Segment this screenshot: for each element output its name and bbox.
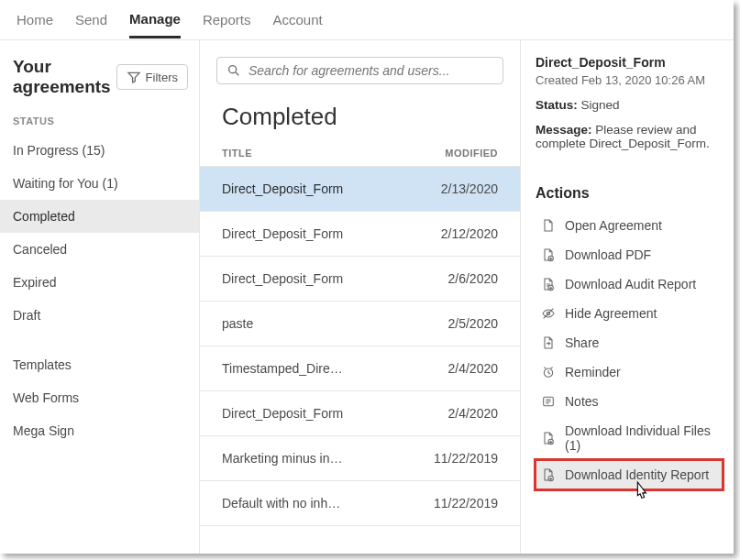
message-label: Message: (536, 123, 592, 137)
column-title[interactable]: TITLE (222, 148, 415, 159)
share-icon (541, 335, 556, 350)
details-panel: Direct_Deposit_Form Created Feb 13, 2020… (521, 40, 734, 554)
search-icon (226, 63, 241, 78)
table-row[interactable]: Direct_Deposit_Form 2/6/2020 (200, 257, 520, 302)
action-label: Reminder (565, 365, 621, 379)
sidebar-item-webforms[interactable]: Web Forms (0, 381, 199, 414)
cursor-icon (631, 480, 651, 507)
download-pdf-icon (541, 247, 556, 262)
nav-send[interactable]: Send (75, 12, 107, 37)
list-title: Completed (200, 99, 520, 148)
hide-icon (541, 306, 556, 321)
sidebar: Your agreements Filters STATUS In Progre… (0, 40, 200, 554)
row-modified: 2/4/2020 (415, 406, 498, 421)
notes-icon (541, 394, 556, 409)
sidebar-item-canceled[interactable]: Canceled (0, 233, 199, 266)
download-identity-icon (541, 467, 556, 482)
column-modified[interactable]: MODIFIED (415, 148, 498, 159)
table-row[interactable]: Direct_Deposit_Form 2/4/2020 (200, 391, 520, 436)
action-download-pdf[interactable]: Download PDF (536, 240, 723, 269)
row-title: Direct_Deposit_Form (222, 406, 415, 421)
created-line: Created Feb 13, 2020 10:26 AM (536, 73, 723, 87)
table-row[interactable]: Direct_Deposit_Form 2/13/2020 (200, 167, 520, 212)
action-label: Notes (565, 394, 599, 409)
download-files-icon (541, 431, 556, 445)
table-body: Direct_Deposit_Form 2/13/2020 Direct_Dep… (200, 167, 520, 526)
search-box[interactable] (216, 57, 503, 84)
status-label: Status: (536, 98, 578, 112)
action-label: Open Agreement (565, 218, 662, 233)
top-nav: Home Send Manage Reports Account (0, 0, 734, 40)
table-row[interactable]: Default with no inh… 11/22/2019 (200, 481, 520, 526)
sidebar-item-completed[interactable]: Completed (0, 200, 199, 233)
action-label: Download Identity Report (565, 467, 709, 482)
document-name: Direct_Deposit_Form (536, 55, 723, 70)
action-notes[interactable]: Notes (536, 387, 723, 416)
actions-heading: Actions (536, 185, 723, 202)
sidebar-item-expired[interactable]: Expired (0, 266, 199, 299)
filters-button[interactable]: Filters (116, 64, 188, 90)
action-label: Share (565, 335, 599, 350)
table-row[interactable]: Marketing minus in… 11/22/2019 (200, 436, 520, 481)
reminder-icon (541, 365, 556, 379)
nav-account[interactable]: Account (272, 12, 322, 37)
row-modified: 11/22/2019 (415, 451, 498, 466)
action-label: Download Individual Files (1) (565, 423, 717, 453)
nav-home[interactable]: Home (17, 12, 53, 37)
row-modified: 11/22/2019 (415, 496, 498, 511)
status-value: Signed (581, 98, 620, 112)
filters-label: Filters (146, 71, 178, 84)
action-hide-agreement[interactable]: Hide Agreement (536, 299, 723, 328)
table-row[interactable]: Timestamped_Dire… 2/4/2020 (200, 346, 520, 391)
row-title: Default with no inh… (222, 496, 415, 511)
row-title: Direct_Deposit_Form (222, 226, 415, 241)
row-modified: 2/4/2020 (415, 361, 498, 376)
file-icon (541, 218, 556, 233)
row-modified: 2/5/2020 (415, 316, 498, 331)
row-title: Marketing minus in… (222, 451, 415, 466)
sidebar-item-draft[interactable]: Draft (0, 299, 199, 332)
action-download-identity-report[interactable]: Download Identity Report (536, 460, 723, 489)
sidebar-item-megasign[interactable]: Mega Sign (0, 414, 199, 447)
sidebar-item-inprogress[interactable]: In Progress (15) (0, 134, 199, 167)
row-title: Direct_Deposit_Form (222, 271, 415, 286)
sidebar-item-templates[interactable]: Templates (0, 348, 199, 381)
action-label: Download Audit Report (565, 277, 696, 291)
filter-icon (127, 70, 141, 84)
sidebar-item-waiting[interactable]: Waiting for You (1) (0, 167, 199, 200)
agreement-list-panel: Completed TITLE MODIFIED Direct_Deposit_… (200, 40, 521, 554)
row-title: Direct_Deposit_Form (222, 181, 415, 196)
action-label: Hide Agreement (565, 306, 657, 321)
search-input[interactable] (249, 63, 493, 78)
row-modified: 2/6/2020 (415, 271, 498, 286)
action-label: Download PDF (565, 247, 651, 262)
svg-point-0 (229, 66, 237, 73)
row-title: paste (222, 316, 415, 331)
action-download-individual-files[interactable]: Download Individual Files (1) (536, 416, 723, 460)
row-modified: 2/13/2020 (415, 181, 498, 196)
status-heading: STATUS (0, 115, 199, 134)
action-open-agreement[interactable]: Open Agreement (536, 211, 723, 240)
sidebar-title: Your agreements (13, 57, 116, 97)
action-reminder[interactable]: Reminder (536, 357, 723, 387)
row-modified: 2/12/2020 (415, 226, 498, 241)
svg-line-1 (236, 72, 238, 75)
table-row[interactable]: Direct_Deposit_Form 2/12/2020 (200, 212, 520, 257)
nav-manage[interactable]: Manage (129, 11, 181, 38)
action-share[interactable]: Share (536, 328, 723, 357)
action-download-audit[interactable]: Download Audit Report (536, 269, 723, 299)
table-row[interactable]: paste 2/5/2020 (200, 302, 520, 346)
nav-reports[interactable]: Reports (203, 12, 251, 37)
table-header: TITLE MODIFIED (200, 148, 520, 167)
download-audit-icon (541, 277, 556, 291)
row-title: Timestamped_Dire… (222, 361, 415, 376)
